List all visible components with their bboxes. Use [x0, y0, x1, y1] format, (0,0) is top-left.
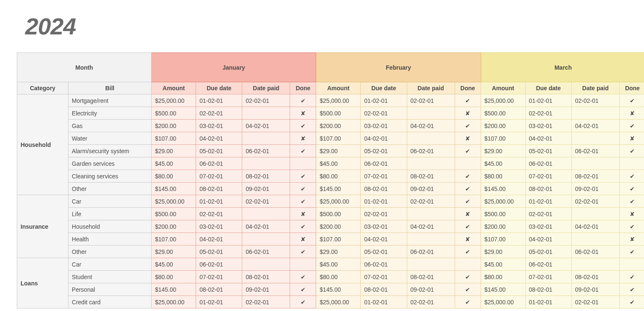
- due-date-cell[interactable]: 01-02-01: [196, 296, 242, 308]
- date-paid-cell[interactable]: [407, 258, 455, 271]
- done-cell[interactable]: ✔: [290, 145, 316, 157]
- amount-cell[interactable]: $29.00: [152, 246, 196, 258]
- amount-cell[interactable]: $145.00: [481, 283, 525, 296]
- date-paid-cell[interactable]: [571, 233, 619, 246]
- amount-cell[interactable]: $29.00: [481, 246, 525, 258]
- date-paid-cell[interactable]: 08-02-01: [407, 271, 455, 283]
- due-date-cell[interactable]: 01-02-01: [196, 94, 242, 107]
- done-cell[interactable]: ✔: [619, 283, 644, 296]
- amount-cell[interactable]: $200.00: [152, 120, 196, 132]
- date-paid-cell[interactable]: 02-02-01: [571, 195, 619, 208]
- done-cell[interactable]: ✔: [455, 195, 481, 208]
- amount-cell[interactable]: $200.00: [481, 220, 525, 233]
- date-paid-cell[interactable]: 08-02-01: [571, 271, 619, 283]
- amount-cell[interactable]: $200.00: [316, 220, 361, 233]
- done-cell[interactable]: ✔: [619, 183, 644, 195]
- done-cell[interactable]: ✔: [619, 296, 644, 308]
- due-date-cell[interactable]: 04-02-01: [361, 233, 407, 246]
- done-cell[interactable]: ✘: [455, 208, 481, 220]
- date-paid-cell[interactable]: [407, 208, 455, 220]
- amount-cell[interactable]: $29.00: [316, 145, 361, 157]
- amount-cell[interactable]: $145.00: [152, 283, 196, 296]
- due-date-cell[interactable]: 01-02-01: [196, 195, 242, 208]
- amount-cell[interactable]: $107.00: [152, 132, 196, 145]
- due-date-cell[interactable]: 07-02-01: [361, 170, 407, 183]
- due-date-cell[interactable]: 04-02-01: [196, 132, 242, 145]
- done-cell[interactable]: ✘: [619, 107, 644, 120]
- amount-cell[interactable]: $25,000.00: [152, 296, 196, 308]
- due-date-cell[interactable]: 06-02-01: [196, 157, 242, 170]
- amount-cell[interactable]: $45.00: [152, 157, 196, 170]
- amount-cell[interactable]: $145.00: [316, 183, 361, 195]
- due-date-cell[interactable]: 04-02-01: [525, 132, 571, 145]
- amount-cell[interactable]: $145.00: [316, 283, 361, 296]
- amount-cell[interactable]: $45.00: [316, 157, 361, 170]
- due-date-cell[interactable]: 08-02-01: [196, 183, 242, 195]
- date-paid-cell[interactable]: [571, 258, 619, 271]
- date-paid-cell[interactable]: [407, 157, 455, 170]
- done-cell[interactable]: ✔: [290, 283, 316, 296]
- date-paid-cell[interactable]: [242, 132, 290, 145]
- due-date-cell[interactable]: 04-02-01: [525, 233, 571, 246]
- amount-cell[interactable]: $80.00: [316, 170, 361, 183]
- date-paid-cell[interactable]: 09-02-01: [571, 183, 619, 195]
- amount-cell[interactable]: $25,000.00: [316, 94, 361, 107]
- amount-cell[interactable]: $80.00: [481, 170, 525, 183]
- due-date-cell[interactable]: 01-02-01: [525, 94, 571, 107]
- done-cell[interactable]: [619, 157, 644, 170]
- date-paid-cell[interactable]: 04-02-01: [571, 220, 619, 233]
- date-paid-cell[interactable]: [407, 233, 455, 246]
- due-date-cell[interactable]: 04-02-01: [361, 132, 407, 145]
- done-cell[interactable]: ✔: [619, 120, 644, 132]
- due-date-cell[interactable]: 02-02-01: [525, 107, 571, 120]
- done-cell[interactable]: ✔: [619, 220, 644, 233]
- date-paid-cell[interactable]: 08-02-01: [571, 170, 619, 183]
- done-cell[interactable]: ✔: [290, 296, 316, 308]
- done-cell[interactable]: ✔: [455, 271, 481, 283]
- date-paid-cell[interactable]: [571, 208, 619, 220]
- amount-cell[interactable]: $500.00: [152, 107, 196, 120]
- date-paid-cell[interactable]: 09-02-01: [242, 183, 290, 195]
- date-paid-cell[interactable]: [571, 132, 619, 145]
- date-paid-cell[interactable]: [242, 208, 290, 220]
- amount-cell[interactable]: $107.00: [316, 132, 361, 145]
- due-date-cell[interactable]: 08-02-01: [525, 283, 571, 296]
- due-date-cell[interactable]: 03-02-01: [196, 120, 242, 132]
- done-cell[interactable]: ✔: [455, 120, 481, 132]
- done-cell[interactable]: ✔: [619, 271, 644, 283]
- done-cell[interactable]: [290, 258, 316, 271]
- done-cell[interactable]: ✔: [455, 145, 481, 157]
- amount-cell[interactable]: $25,000.00: [316, 195, 361, 208]
- done-cell[interactable]: ✔: [290, 195, 316, 208]
- due-date-cell[interactable]: 05-02-01: [525, 246, 571, 258]
- amount-cell[interactable]: $200.00: [316, 120, 361, 132]
- done-cell[interactable]: ✔: [455, 283, 481, 296]
- due-date-cell[interactable]: 03-02-01: [525, 120, 571, 132]
- amount-cell[interactable]: $80.00: [152, 170, 196, 183]
- date-paid-cell[interactable]: 04-02-01: [407, 220, 455, 233]
- due-date-cell[interactable]: 03-02-01: [196, 220, 242, 233]
- amount-cell[interactable]: $25,000.00: [316, 296, 361, 308]
- done-cell[interactable]: ✘: [455, 233, 481, 246]
- done-cell[interactable]: ✔: [290, 170, 316, 183]
- date-paid-cell[interactable]: 04-02-01: [242, 120, 290, 132]
- amount-cell[interactable]: $25,000.00: [481, 94, 525, 107]
- due-date-cell[interactable]: 04-02-01: [196, 233, 242, 246]
- date-paid-cell[interactable]: 06-02-01: [571, 246, 619, 258]
- due-date-cell[interactable]: 07-02-01: [196, 170, 242, 183]
- done-cell[interactable]: ✘: [290, 208, 316, 220]
- done-cell[interactable]: ✔: [455, 220, 481, 233]
- done-cell[interactable]: ✘: [290, 233, 316, 246]
- due-date-cell[interactable]: 05-02-01: [525, 145, 571, 157]
- due-date-cell[interactable]: 03-02-01: [361, 120, 407, 132]
- due-date-cell[interactable]: 06-02-01: [361, 157, 407, 170]
- due-date-cell[interactable]: 01-02-01: [525, 296, 571, 308]
- due-date-cell[interactable]: 01-02-01: [361, 195, 407, 208]
- done-cell[interactable]: ✔: [455, 246, 481, 258]
- due-date-cell[interactable]: 08-02-01: [361, 183, 407, 195]
- amount-cell[interactable]: $45.00: [316, 258, 361, 271]
- date-paid-cell[interactable]: [571, 107, 619, 120]
- due-date-cell[interactable]: 01-02-01: [361, 296, 407, 308]
- done-cell[interactable]: ✔: [455, 183, 481, 195]
- date-paid-cell[interactable]: 04-02-01: [242, 220, 290, 233]
